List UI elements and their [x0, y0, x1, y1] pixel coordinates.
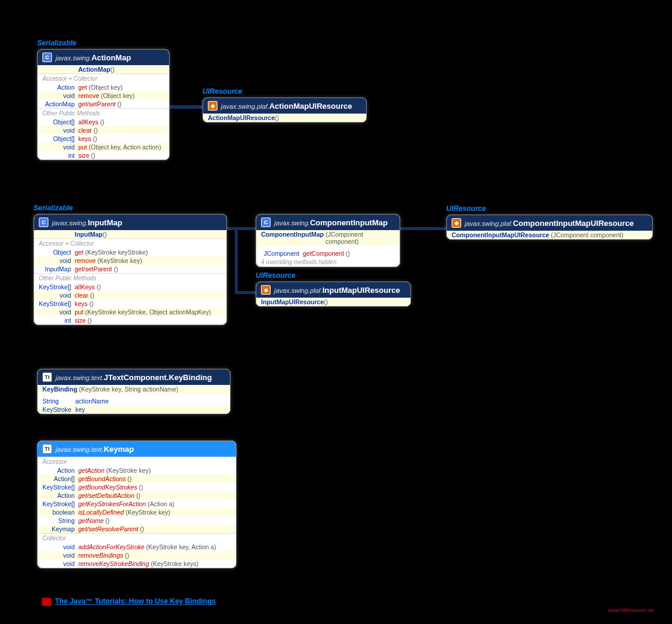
- class-header: Cjavax.swing.ActionMap: [38, 50, 169, 65]
- class-header: ◈javax.swing.plaf.InputMapUIResource: [256, 282, 410, 298]
- class-header: Ttjavax.swing.text.Keymap: [38, 441, 236, 457]
- class-icon: C: [261, 218, 271, 227]
- class-header: Ttjavax.swing.text.JTextComponent.KeyBin…: [38, 369, 230, 385]
- interface-label: UIResource: [202, 87, 243, 96]
- connector: [235, 227, 238, 294]
- class-icon: ◈: [261, 285, 271, 295]
- class-icon: ◈: [208, 101, 217, 111]
- class-header: ◈javax.swing.plaf.ActionMapUIResource: [203, 98, 366, 114]
- class-componentinputmap-uiresource: ◈javax.swing.plaf.ComponentInputMapUIRes…: [446, 215, 653, 240]
- connector: [168, 105, 203, 109]
- interface-label: UIResource: [256, 271, 296, 280]
- class-header: Cjavax.swing.InputMap: [34, 215, 226, 230]
- class-icon: C: [42, 53, 52, 62]
- interface-label: Serializable: [33, 204, 73, 212]
- class-inputmap-uiresource: ◈javax.swing.plaf.InputMapUIResource Inp…: [256, 282, 411, 307]
- class-icon: Tt: [42, 372, 52, 382]
- class-actionmap-uiresource: ◈javax.swing.plaf.ActionMapUIResource Ac…: [202, 97, 367, 123]
- class-header: ◈javax.swing.plaf.ComponentInputMapUIRes…: [447, 215, 652, 231]
- class-header: Cjavax.swing.ComponentInputMap: [256, 215, 400, 230]
- class-keymap: Ttjavax.swing.text.Keymap Accessor Actio…: [37, 441, 237, 568]
- class-icon: Tt: [42, 444, 52, 454]
- class-icon: ◈: [452, 218, 461, 228]
- connector: [235, 227, 257, 230]
- class-inputmap: Cjavax.swing.InputMap InputMap() Accesso…: [33, 214, 227, 325]
- tutorial-link[interactable]: The Java™ Tutorials: How to Use Key Bind…: [42, 597, 216, 606]
- oracle-icon: [42, 598, 51, 606]
- class-keybinding: Ttjavax.swing.text.JTextComponent.KeyBin…: [37, 369, 231, 414]
- interface-label: UIResource: [446, 204, 486, 213]
- interface-label: Serializable: [37, 39, 76, 47]
- class-componentinputmap: Cjavax.swing.ComponentInputMap Component…: [256, 214, 400, 267]
- connector: [235, 291, 257, 294]
- class-actionmap: Cjavax.swing.ActionMap ActionMap() Acces…: [37, 49, 170, 160]
- class-icon: C: [39, 218, 48, 227]
- connector: [399, 227, 447, 230]
- credit: www.falkhausen.de: [607, 607, 654, 613]
